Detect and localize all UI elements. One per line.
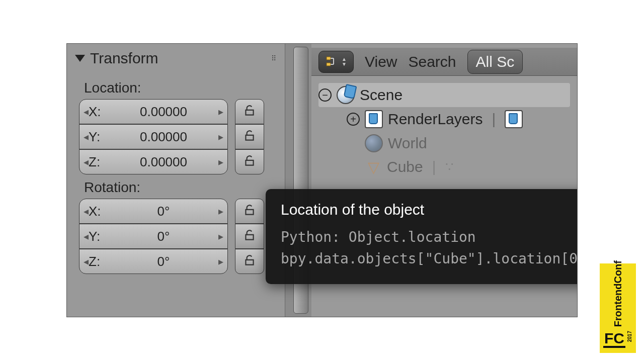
- world-icon: [365, 134, 383, 152]
- panel-grip-icon[interactable]: ⠿: [271, 54, 277, 62]
- chevron-right-icon[interactable]: ▸: [218, 156, 223, 168]
- unlock-icon: [243, 254, 256, 269]
- field-value: 0.00000: [109, 129, 218, 145]
- axis-label: Z:: [89, 254, 109, 269]
- axis-label: Z:: [89, 154, 109, 170]
- lock-y-button[interactable]: [235, 124, 264, 149]
- badge-mark: FC2017: [603, 331, 632, 348]
- tree-label: Cube: [387, 158, 423, 175]
- tree-row-renderlayers[interactable]: + RenderLayers |: [318, 107, 570, 131]
- separator: |: [492, 111, 496, 128]
- panel-title: Transform: [90, 50, 158, 67]
- view-menu[interactable]: View: [365, 53, 397, 70]
- lock-x-button[interactable]: [235, 99, 264, 124]
- separator: |: [432, 158, 436, 175]
- outliner-tree: − Scene + RenderLayers | World ▽ Cube |: [311, 76, 577, 186]
- search-menu[interactable]: Search: [408, 53, 456, 70]
- editor-type-selector[interactable]: ▲▼: [318, 51, 354, 73]
- location-x-field[interactable]: ◂ X: 0.00000 ▸: [79, 99, 228, 124]
- badge-mark-text: FC: [603, 331, 625, 348]
- location-label: Location:: [84, 80, 277, 96]
- chevron-left-icon[interactable]: ◂: [84, 156, 89, 168]
- tree-label: RenderLayers: [388, 111, 482, 128]
- outliner-icon: [326, 56, 340, 68]
- chevron-right-icon[interactable]: ▸: [218, 230, 223, 242]
- updown-icon: ▲▼: [342, 57, 347, 67]
- tree-label: Scene: [360, 86, 403, 104]
- tree-row-cube[interactable]: ▽ Cube | ∵: [318, 155, 570, 178]
- axis-label: Y:: [89, 129, 109, 145]
- conference-badge: FrontendConf FC2017: [600, 263, 636, 353]
- axis-label: X:: [89, 204, 109, 219]
- location-fields: ◂ X: 0.00000 ▸ ◂ Y: 0.00000 ▸: [79, 99, 277, 174]
- scene-icon: [337, 86, 355, 104]
- vertex-data-icon: ∵: [445, 159, 454, 175]
- field-value: 0°: [109, 229, 218, 244]
- chevron-right-icon[interactable]: ▸: [218, 131, 223, 143]
- unlock-icon: [243, 154, 256, 169]
- filter-mode-button[interactable]: All Sc: [467, 50, 523, 74]
- rotation-fields: ◂ X: 0° ▸ ◂ Y: 0° ▸: [79, 199, 277, 274]
- chevron-right-icon[interactable]: ▸: [218, 106, 223, 118]
- chevron-right-icon[interactable]: ▸: [218, 205, 223, 217]
- location-y-field[interactable]: ◂ Y: 0.00000 ▸: [79, 124, 228, 149]
- unlock-icon: [243, 229, 256, 244]
- disclosure-triangle-icon: [75, 55, 85, 62]
- chevron-left-icon[interactable]: ◂: [84, 230, 89, 242]
- svg-rect-1: [327, 63, 331, 66]
- tree-label: World: [388, 135, 427, 152]
- unlock-icon: [243, 204, 256, 219]
- badge-year: 2017: [627, 331, 632, 342]
- rotation-z-field[interactable]: ◂ Z: 0° ▸: [79, 249, 228, 274]
- unlock-icon: [243, 129, 256, 144]
- chevron-right-icon[interactable]: ▸: [218, 255, 223, 267]
- field-value: 0.00000: [109, 154, 218, 170]
- tree-row-world[interactable]: World: [318, 131, 570, 155]
- transform-panel-header[interactable]: Transform ⠿: [75, 48, 277, 75]
- chevron-left-icon[interactable]: ◂: [84, 205, 89, 217]
- field-value: 0°: [109, 254, 218, 269]
- lock-rx-button[interactable]: [235, 199, 264, 224]
- renderlayer-data-icon: [505, 110, 523, 128]
- lock-z-button[interactable]: [235, 149, 264, 174]
- app-window: Transform ⠿ Location: ◂ X: 0.00000 ▸: [66, 43, 578, 317]
- expand-icon[interactable]: +: [347, 113, 360, 126]
- tree-row-scene[interactable]: − Scene: [318, 83, 570, 107]
- renderlayers-icon: [365, 110, 383, 128]
- lock-rz-button[interactable]: [235, 249, 264, 274]
- tooltip-python-label: Python: Object.location: [281, 226, 578, 248]
- field-value: 0°: [109, 204, 218, 219]
- badge-conf-name: FrontendConf: [612, 260, 624, 327]
- axis-label: X:: [89, 104, 109, 120]
- chevron-left-icon[interactable]: ◂: [84, 106, 89, 118]
- unlock-icon: [243, 104, 256, 119]
- chevron-left-icon[interactable]: ◂: [84, 131, 89, 143]
- tooltip: Location of the object Python: Object.lo…: [266, 189, 578, 284]
- lock-ry-button[interactable]: [235, 224, 264, 249]
- mesh-icon: ▽: [365, 158, 382, 175]
- rotation-label: Rotation:: [84, 179, 277, 196]
- outliner-header: ▲▼ View Search All Sc: [311, 48, 577, 76]
- field-value: 0.00000: [109, 104, 218, 120]
- location-z-field[interactable]: ◂ Z: 0.00000 ▸: [79, 149, 228, 174]
- rotation-x-field[interactable]: ◂ X: 0° ▸: [79, 199, 228, 224]
- svg-rect-0: [327, 57, 331, 60]
- rotation-y-field[interactable]: ◂ Y: 0° ▸: [79, 224, 228, 249]
- tooltip-data-path: bpy.data.objects["Cube"].location[0]: [281, 248, 578, 269]
- tooltip-title: Location of the object: [281, 201, 578, 218]
- chevron-left-icon[interactable]: ◂: [84, 255, 89, 267]
- properties-panel: Transform ⠿ Location: ◂ X: 0.00000 ▸: [67, 44, 285, 317]
- collapse-icon[interactable]: −: [318, 88, 332, 102]
- axis-label: Y:: [89, 229, 109, 244]
